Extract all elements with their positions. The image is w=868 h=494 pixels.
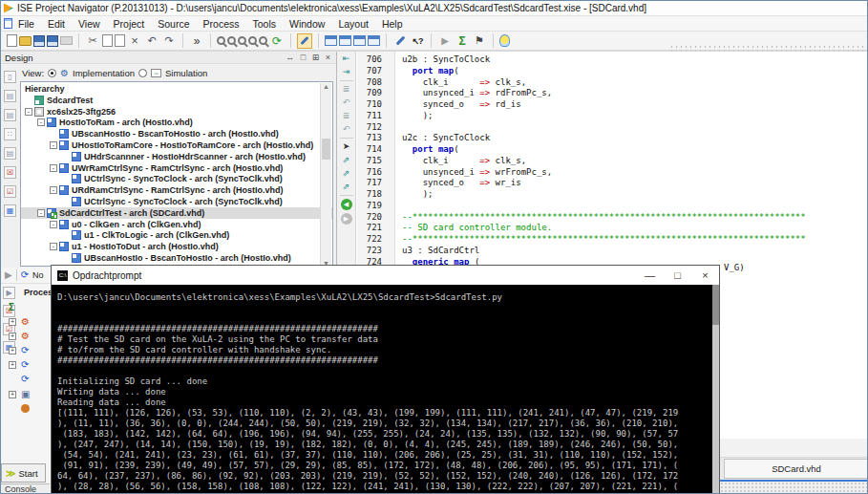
menu-tools[interactable]: Tools (253, 18, 277, 30)
tree-item[interactable]: -SdCardCtrlTest - arch (SDCard.vhd) (21, 207, 332, 219)
collapse-icon[interactable]: - (37, 209, 45, 217)
process-item[interactable] (9, 403, 30, 414)
hierarchy-tree[interactable]: SdcardTest-xc6slx25-3ftg256-HostIoToRam … (21, 95, 332, 264)
menu-project[interactable]: Project (114, 18, 145, 30)
expand-icon[interactable]: + (9, 361, 16, 369)
menu-file[interactable]: File (18, 18, 34, 30)
tree-item[interactable]: UCtrlSync - SyncToClock - arch (SyncToCl… (21, 174, 332, 185)
collapse-icon[interactable]: - (50, 221, 57, 228)
menu-edit[interactable]: Edit (48, 18, 65, 30)
process-item[interactable]: +⟳ (9, 346, 30, 356)
paste-icon[interactable] (115, 34, 125, 47)
design-tool-icon-6[interactable]: ☑ (4, 185, 16, 198)
editor-tool-icon-3[interactable]: ≣ (343, 84, 350, 95)
close-button[interactable]: × (691, 266, 719, 285)
tile-vertical-icon[interactable] (353, 35, 366, 46)
tree-item[interactable]: u1 - ClkToLogic - arch (ClkGen.vhd) (21, 230, 332, 242)
design-tool-icon-7[interactable]: ▦ (4, 204, 16, 217)
editor-tool-icon-8[interactable]: ➤ (343, 141, 350, 152)
menu-view[interactable]: View (78, 18, 100, 30)
menu-process[interactable]: Process (203, 18, 240, 30)
zoom-fit-icon[interactable] (248, 36, 257, 45)
terminal-output[interactable]: D:\users\jancu\Documents\elektronica\xes… (52, 285, 719, 494)
editor-tool-icon-11[interactable]: ⇗ (343, 182, 350, 192)
tree-item[interactable]: -URdRamCtrlSync - RamCtrlSync - arch (Ho… (21, 184, 332, 196)
collapse-icon[interactable]: - (25, 108, 32, 116)
process-item[interactable]: +⟳ (9, 360, 30, 371)
tab-start[interactable]: ≫ Start (1, 463, 46, 483)
cmd-scrollbar-thumb[interactable] (712, 285, 719, 325)
editor-tool-icon-1[interactable]: ⇥ (343, 67, 350, 77)
tree-item[interactable]: UBscanHostIo - BscanToHostIo - arch (Hos… (21, 252, 332, 264)
overflow-icon[interactable] (189, 33, 204, 49)
tree-item[interactable]: -u0 - ClkGen - arch (ClkGen.vhd) (21, 219, 332, 230)
summary-icon[interactable] (455, 33, 470, 49)
scrollbar-thumb[interactable] (322, 139, 330, 160)
tree-item[interactable]: UHdrScannner - HostIoHdrScanner - arch (… (21, 151, 332, 162)
new-file-icon[interactable] (7, 34, 17, 47)
cut-icon[interactable] (85, 33, 100, 49)
hierarchy-scrollbar[interactable]: ▲ ▼ (320, 83, 331, 267)
processes-tree[interactable]: Σ+⚙+⚙+⟳+⟳⟳+▣ (9, 302, 30, 414)
process-item[interactable]: +⚙ (9, 331, 30, 341)
redo-icon[interactable] (161, 33, 177, 49)
panel-window-controls[interactable]: ↔ □ ⊞ × (286, 53, 332, 62)
cascade-windows-icon[interactable] (339, 35, 351, 46)
delete-icon[interactable] (127, 33, 142, 49)
run-icon[interactable] (437, 33, 453, 49)
minimize-button[interactable]: — (636, 266, 664, 285)
menu-help[interactable]: Help (382, 18, 403, 30)
tree-item[interactable]: UBscanHostIo - BscanToHostIo - arch (Hos… (21, 128, 332, 140)
command-prompt-window[interactable]: C:\ Opdrachtprompt — □ × D:\users\jancu\… (51, 265, 720, 494)
editor-tool-icon-10[interactable]: ⇗ (343, 168, 350, 179)
design-tool-icon-1[interactable]: ▤ (4, 90, 16, 102)
cmd-scrollbar[interactable] (712, 285, 719, 494)
collapse-icon[interactable]: - (50, 243, 57, 250)
flag-icon[interactable] (472, 33, 487, 49)
collapse-icon[interactable]: - (50, 164, 57, 172)
collapse-icon[interactable]: - (50, 186, 57, 194)
tree-item[interactable]: -UWrRamCtrlSync - RamCtrlSync - arch (Ho… (21, 162, 332, 174)
expand-icon[interactable]: + (9, 347, 16, 354)
editor-tool-icon-9[interactable]: ⇗ (343, 155, 350, 165)
rerun-icon[interactable]: ⟳ (21, 270, 29, 280)
process-item[interactable]: +▣ (9, 389, 30, 399)
print-icon[interactable] (60, 36, 73, 45)
menu-source[interactable]: Source (158, 18, 189, 30)
tree-item[interactable]: SdcardTest (21, 95, 332, 106)
toolbox-wrench-icon[interactable] (392, 33, 408, 49)
context-help-icon[interactable] (410, 33, 425, 49)
tree-item[interactable]: -u1 - HostIoToDut - arch (HostIo.vhd) (21, 241, 332, 252)
simulation-radio[interactable] (138, 69, 147, 77)
zoom-selection-icon[interactable] (238, 36, 246, 45)
tree-item[interactable]: -HostIoToRam - arch (HostIo.vhd) (21, 118, 332, 129)
design-tool-icon-2[interactable]: ▤ (4, 109, 16, 121)
tree-item[interactable]: UCtrlSync - SyncToClock - arch (SyncToCl… (21, 196, 332, 207)
zoom-in-icon[interactable] (217, 36, 225, 45)
process-item[interactable]: Σ (9, 302, 30, 312)
menu-layout[interactable]: Layout (338, 18, 369, 30)
design-tool-icon-4[interactable]: ▤ (4, 147, 16, 160)
design-tool-icon-0[interactable]: ▯ (4, 71, 16, 83)
console-panel-label[interactable]: Console (1, 483, 50, 494)
copy-icon[interactable] (102, 34, 113, 47)
menu-window[interactable]: Window (289, 18, 325, 30)
code-lines[interactable]: 706u2b : SyncToClock707 port map(708 clk… (357, 54, 868, 268)
editor-tool-icon-4[interactable]: ↶ (343, 97, 350, 108)
save-icon[interactable] (33, 35, 45, 47)
run-process-icon[interactable]: ▶ (5, 270, 12, 280)
scroll-up-icon[interactable]: ▲ (323, 83, 329, 90)
expand-icon[interactable]: + (9, 391, 16, 398)
implementation-radio[interactable] (48, 69, 56, 77)
editor-tool-icon-6[interactable]: ↶ (343, 124, 350, 135)
play-icon[interactable]: ▶ (3, 287, 15, 299)
cmd-title-bar[interactable]: C:\ Opdrachtprompt — □ × (52, 266, 719, 285)
maximize-button[interactable]: □ (664, 266, 691, 285)
editor-tool-icon-14[interactable]: ▶ (341, 213, 352, 225)
save-all-icon[interactable] (47, 35, 58, 47)
collapse-icon[interactable]: - (50, 141, 57, 149)
undo-icon[interactable] (144, 33, 159, 49)
expand-icon[interactable]: + (9, 318, 16, 326)
edit-preferences-icon[interactable] (297, 33, 312, 49)
zoom-out-icon[interactable] (227, 36, 236, 45)
